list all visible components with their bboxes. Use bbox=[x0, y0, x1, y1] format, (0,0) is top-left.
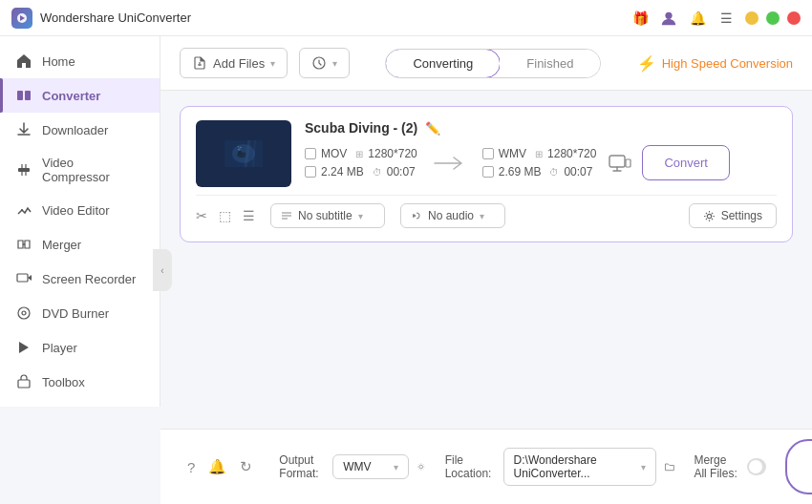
source-size-row: 2.24 MB ⏱ 00:07 bbox=[305, 165, 417, 178]
format-settings-icon[interactable] bbox=[417, 459, 425, 474]
sidebar-label-toolbox: Toolbox bbox=[42, 375, 85, 389]
tab-converting[interactable]: Converting bbox=[385, 49, 501, 78]
bottom-bar: ? 🔔 ↻ Output Format: WMV ▾ File Location… bbox=[160, 429, 812, 504]
sidebar-item-video-compressor[interactable]: Video Compressor bbox=[0, 147, 160, 193]
toolbar: Add Files ▾ ▾ Converting Finished ⚡ High… bbox=[160, 36, 812, 91]
add-media-caret: ▾ bbox=[332, 58, 337, 69]
start-all-button[interactable]: Start All bbox=[785, 439, 812, 494]
sidebar: Home Converter Downloader bbox=[0, 36, 160, 407]
scissors-icon[interactable]: ✂ bbox=[196, 208, 207, 223]
titlebar: Wondershare UniConverter 🎁 🔔 ☰ bbox=[0, 0, 812, 36]
high-speed-label: High Speed Conversion bbox=[662, 56, 793, 71]
file-thumbnail bbox=[196, 120, 291, 187]
high-speed-section: ⚡ High Speed Conversion bbox=[637, 54, 793, 73]
merge-files-section: Merge All Files: bbox=[694, 453, 766, 480]
user-icon[interactable] bbox=[659, 9, 678, 28]
sidebar-label-recorder: Screen Recorder bbox=[42, 272, 136, 286]
file-list: Scuba Diving - (2) ✏️ MOV ⊞ 1280*720 bbox=[160, 91, 812, 429]
subtitle-label: No subtitle bbox=[298, 209, 353, 222]
sidebar-label-converter: Converter bbox=[42, 89, 100, 103]
file-name-text: Scuba Diving - (2) bbox=[305, 120, 417, 136]
target-format-icon bbox=[482, 148, 494, 159]
folder-icon[interactable] bbox=[664, 459, 675, 474]
content-area: Add Files ▾ ▾ Converting Finished ⚡ High… bbox=[160, 36, 812, 504]
svg-rect-24 bbox=[626, 159, 630, 167]
svg-point-16 bbox=[238, 151, 242, 155]
bell-icon[interactable]: 🔔 bbox=[688, 9, 707, 28]
minimize-button[interactable] bbox=[745, 11, 759, 25]
menu-icon[interactable]: ☰ bbox=[716, 9, 736, 28]
sidebar-item-player[interactable]: Player bbox=[0, 330, 160, 365]
output-format-select[interactable]: WMV ▾ bbox=[332, 454, 409, 479]
add-media-button[interactable]: ▾ bbox=[299, 48, 350, 78]
svg-rect-3 bbox=[17, 91, 23, 100]
settings-button[interactable]: Settings bbox=[689, 203, 777, 228]
sidebar-item-home[interactable]: Home bbox=[0, 44, 160, 78]
subtitle-caret: ▾ bbox=[358, 211, 363, 221]
copy-icon[interactable]: ⬚ bbox=[219, 208, 231, 223]
tab-finished[interactable]: Finished bbox=[500, 50, 600, 77]
file-location-path[interactable]: D:\Wondershare UniConverter... ▾ bbox=[503, 448, 656, 486]
target-size: 2.69 MB bbox=[499, 165, 542, 178]
sidebar-label-merger: Merger bbox=[42, 238, 81, 252]
subtitle-dropdown[interactable]: No subtitle ▾ bbox=[270, 203, 385, 228]
arrow-container bbox=[425, 154, 475, 173]
add-files-label: Add Files bbox=[213, 56, 265, 71]
target-duration: 00:07 bbox=[564, 165, 592, 178]
merge-files-label: Merge All Files: bbox=[694, 453, 739, 480]
sidebar-item-merger[interactable]: Merger bbox=[0, 227, 160, 262]
target-size-icon bbox=[482, 166, 494, 178]
add-dropdown-caret: ▾ bbox=[270, 58, 275, 69]
source-size-icon bbox=[305, 166, 316, 178]
bottom-left-icons: ? 🔔 ↻ bbox=[180, 458, 260, 475]
audio-dropdown[interactable]: No audio ▾ bbox=[400, 203, 505, 228]
source-format-row: MOV ⊞ 1280*720 bbox=[305, 147, 417, 160]
refresh-icon[interactable]: ↻ bbox=[240, 458, 252, 475]
svg-point-9 bbox=[22, 311, 26, 315]
downloader-icon bbox=[15, 121, 32, 138]
svg-point-8 bbox=[18, 307, 30, 319]
source-resolution-icon: ⊞ bbox=[355, 149, 363, 159]
svg-rect-7 bbox=[17, 274, 28, 282]
maximize-button[interactable] bbox=[766, 11, 780, 25]
svg-rect-11 bbox=[18, 380, 30, 388]
gift-icon[interactable]: 🎁 bbox=[630, 9, 650, 28]
output-format-field: Output Format: WMV ▾ bbox=[279, 453, 425, 480]
svg-point-2 bbox=[665, 11, 672, 18]
toolbox-icon bbox=[15, 373, 32, 390]
sidebar-item-converter[interactable]: Converter bbox=[0, 78, 160, 113]
sidebar-item-video-editor[interactable]: Video Editor bbox=[0, 193, 160, 227]
edit-name-icon[interactable]: ✏️ bbox=[425, 121, 440, 136]
sidebar-item-downloader[interactable]: Downloader bbox=[0, 113, 160, 147]
settings-label: Settings bbox=[721, 209, 762, 222]
toolbar-left: Add Files ▾ ▾ bbox=[180, 48, 350, 78]
output-format-value: WMV bbox=[343, 460, 371, 473]
source-format-label: MOV bbox=[321, 147, 347, 160]
help-icon[interactable]: ? bbox=[187, 459, 195, 475]
main-layout: Home Converter Downloader bbox=[0, 36, 812, 504]
file-card: Scuba Diving - (2) ✏️ MOV ⊞ 1280*720 bbox=[180, 106, 793, 242]
sidebar-label-downloader: Downloader bbox=[42, 123, 108, 137]
notification-icon[interactable]: 🔔 bbox=[208, 458, 226, 475]
merge-toggle[interactable] bbox=[747, 458, 766, 475]
recorder-icon bbox=[15, 270, 32, 287]
converter-icon bbox=[15, 87, 32, 104]
sidebar-item-screen-recorder[interactable]: Screen Recorder bbox=[0, 262, 160, 296]
device-export-icon[interactable] bbox=[604, 148, 634, 178]
titlebar-left: Wondershare UniConverter bbox=[11, 8, 191, 29]
file-info: Scuba Diving - (2) ✏️ MOV ⊞ 1280*720 bbox=[305, 120, 777, 180]
sidebar-item-dvd-burner[interactable]: DVD Burner bbox=[0, 296, 160, 330]
file-card-tools: ✂ ⬚ ☰ No subtitle ▾ No audio ▾ bbox=[196, 195, 777, 228]
close-button[interactable] bbox=[787, 11, 801, 25]
target-size-row: 2.69 MB ⏱ 00:07 bbox=[482, 165, 597, 178]
window-controls bbox=[745, 11, 801, 25]
add-files-button[interactable]: Add Files ▾ bbox=[180, 48, 288, 78]
options-icon[interactable]: ☰ bbox=[243, 208, 255, 223]
conversion-info: MOV ⊞ 1280*720 2.24 MB ⏱ 00:07 bbox=[305, 145, 777, 180]
svg-rect-4 bbox=[25, 91, 31, 100]
sidebar-label-dvd: DVD Burner bbox=[42, 306, 109, 321]
convert-button[interactable]: Convert bbox=[642, 145, 730, 180]
target-resolution-icon: ⊞ bbox=[535, 149, 543, 159]
sidebar-item-toolbox[interactable]: Toolbox bbox=[0, 365, 160, 399]
file-location-field: File Location: D:\Wondershare UniConvert… bbox=[445, 448, 675, 486]
